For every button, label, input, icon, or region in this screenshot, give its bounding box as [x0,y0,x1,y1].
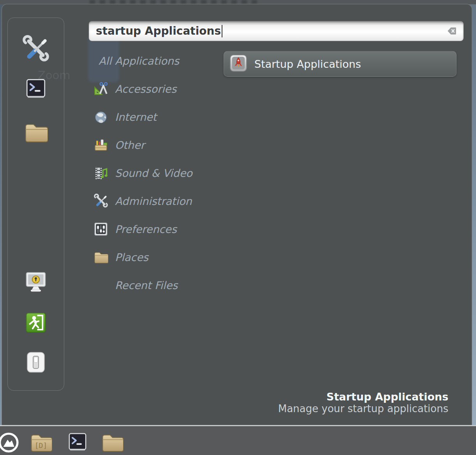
category-label: All Applications [99,55,179,67]
monitor-lock-icon [24,288,48,295]
terminal-icon [67,446,88,454]
logout-button[interactable] [25,311,47,335]
clear-backspace-icon [446,30,458,38]
file-manager-launcher[interactable] [100,431,124,455]
file-manager-button[interactable] [24,120,48,146]
power-switch-icon [25,367,47,375]
exit-door-icon [25,328,47,335]
selection-description: Manage your startup applications [278,403,448,415]
category-administration[interactable]: Administration [93,187,222,215]
film-and-note-icon [93,165,109,181]
search-input[interactable]: startup Applications [89,21,464,41]
background-window-text-blur [90,0,257,4]
category-sound-video[interactable]: Sound & Video [93,159,222,187]
category-label: Places [115,251,148,263]
terminal-button[interactable] [25,78,47,101]
category-label: Preferences [115,223,177,235]
folder-d-icon [29,448,53,455]
system-tools-button[interactable] [22,35,50,65]
terminal-icon [25,94,47,101]
folder-icon [100,448,124,455]
sliders-panel-icon [93,221,109,237]
globe-icon [93,109,109,125]
category-preferences[interactable]: Preferences [93,215,222,243]
category-internet[interactable]: Internet [93,103,222,131]
crossed-tools-icon [22,57,50,65]
text-caret [222,25,222,37]
category-other[interactable]: Other [93,131,222,159]
desktop-folder-launcher[interactable] [29,431,53,455]
category-label: Recent Files [115,279,178,291]
category-all-applications[interactable]: All Applications [93,47,222,75]
taskbar [0,425,476,455]
lock-screen-button[interactable] [24,270,48,295]
search-result-startup-applications[interactable]: Startup Applications [224,51,457,77]
category-label: Accessories [115,83,176,95]
terminal-launcher[interactable] [67,432,88,454]
mint-logo-icon [0,448,21,455]
menu-launcher-button[interactable] [0,431,21,455]
crossed-tools-icon [93,193,109,209]
category-label: Administration [115,195,192,207]
folder-icon [24,138,48,146]
search-result-label: Startup Applications [254,58,361,70]
mint-menu-panel: Zoom startup Applications All Applicati [2,4,472,425]
folder-icon [93,249,109,265]
category-label: Sound & Video [115,167,192,179]
selection-info: Startup Applications Manage your startup… [278,391,448,415]
empty-icon-slot [93,277,109,293]
shutdown-button[interactable] [25,351,47,375]
clear-search-button[interactable] [446,26,458,36]
category-label: Internet [115,111,157,123]
selection-title: Startup Applications [278,391,448,403]
toolbox-icon [93,137,109,153]
category-places[interactable]: Places [93,243,222,271]
category-label: Other [115,139,145,151]
search-input-value: startup Applications [96,25,221,37]
category-list: All Applications Accessories Internet Ot… [93,47,222,299]
rocket-app-icon [229,54,247,74]
category-recent-files[interactable]: Recent Files [93,271,222,299]
category-accessories[interactable]: Accessories [93,75,222,103]
sidebar [7,18,64,391]
drafting-tools-icon [93,81,109,97]
